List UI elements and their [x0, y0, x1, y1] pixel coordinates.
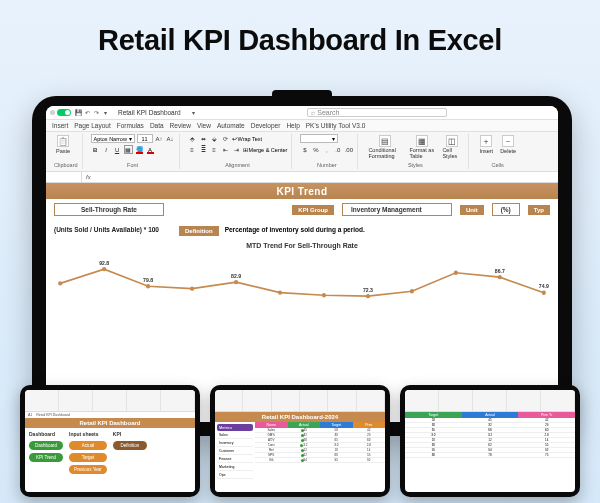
side-item[interactable]: Sales: [217, 432, 253, 439]
window-control-icon[interactable]: [50, 110, 55, 115]
cell-styles-button[interactable]: ◫Cell Styles: [440, 134, 464, 160]
svg-point-1: [102, 267, 106, 271]
thumb-ribbon: [215, 390, 385, 412]
nav-pill[interactable]: Dashboard: [29, 441, 63, 450]
clipboard-icon: 📋: [57, 135, 69, 147]
decrease-decimal-icon[interactable]: .00: [344, 145, 353, 154]
fx-icon[interactable]: fx: [82, 174, 95, 180]
search-placeholder: Search: [317, 109, 339, 116]
nav-pill[interactable]: KPI Trend: [29, 453, 63, 462]
side-item[interactable]: Marketing: [217, 464, 253, 471]
paste-label: Paste: [56, 148, 70, 154]
font-color-button[interactable]: A: [146, 145, 155, 154]
nav-pill[interactable]: Target: [69, 453, 107, 462]
insert-icon: ＋: [480, 135, 492, 147]
nav-pill[interactable]: Previous Year: [69, 465, 107, 474]
thumb-title: Retail KPI Dashboard: [25, 418, 195, 428]
wrap-text-button[interactable]: ↩Wrap Text: [232, 136, 263, 142]
thumb-ribbon: [25, 390, 195, 412]
table-row: 807875: [405, 453, 575, 458]
italic-button[interactable]: I: [102, 145, 111, 154]
svg-point-8: [410, 289, 414, 293]
side-item[interactable]: Customer: [217, 448, 253, 455]
tab-insert[interactable]: Insert: [52, 122, 68, 129]
svg-point-6: [322, 293, 326, 297]
autosave-toggle[interactable]: [57, 109, 71, 116]
svg-text:72.3: 72.3: [363, 287, 373, 293]
increase-decimal-icon[interactable]: .0: [333, 145, 342, 154]
save-icon[interactable]: 💾: [75, 110, 81, 116]
underline-button[interactable]: U: [113, 145, 122, 154]
tab-formulas[interactable]: Formulas: [117, 122, 144, 129]
side-item[interactable]: Finance: [217, 456, 253, 463]
comma-icon[interactable]: ,: [322, 145, 331, 154]
definition-value: Percentage of inventory sold during a pe…: [225, 226, 365, 233]
decrease-font-icon[interactable]: A↓: [166, 134, 175, 143]
format-as-table-button[interactable]: ▦Format as Table: [407, 134, 437, 160]
paste-button[interactable]: 📋 Paste: [54, 134, 72, 155]
border-button[interactable]: ▦: [124, 145, 133, 154]
bold-button[interactable]: B: [91, 145, 100, 154]
search-input[interactable]: ⌕ Search: [307, 108, 447, 117]
delete-icon: －: [502, 135, 514, 147]
side-item[interactable]: Ops: [217, 472, 253, 479]
insert-cells-button[interactable]: ＋Insert: [477, 134, 495, 155]
chevron-down-icon: ▾: [332, 136, 335, 142]
number-format-select[interactable]: ▾: [300, 134, 338, 143]
type-label: Typ: [528, 205, 550, 215]
thumb-side-panel: Metrics Sales Inventory Customer Finance…: [215, 422, 255, 492]
tab-data[interactable]: Data: [150, 122, 164, 129]
conditional-formatting-button[interactable]: ▤Conditional Formatting: [366, 134, 404, 160]
indent-left-icon[interactable]: ⇤: [221, 145, 230, 154]
font-name-select[interactable]: Aptos Narrow▾: [91, 134, 135, 143]
svg-text:79.8: 79.8: [143, 277, 153, 283]
undo-icon[interactable]: ↶: [84, 110, 90, 116]
svg-point-11: [542, 291, 546, 295]
align-middle-icon[interactable]: ⬌: [199, 134, 208, 143]
side-item[interactable]: Inventory: [217, 440, 253, 447]
unit-label: Unit: [460, 205, 484, 215]
orientation-icon[interactable]: ⟳: [221, 134, 230, 143]
sheet-tab[interactable]: A1: [28, 413, 32, 417]
tab-automate[interactable]: Automate: [217, 122, 245, 129]
currency-icon[interactable]: $: [300, 145, 309, 154]
delete-cells-button[interactable]: －Delete: [498, 134, 518, 155]
redo-icon[interactable]: ↷: [93, 110, 99, 116]
name-box[interactable]: [46, 172, 82, 182]
tab-utility[interactable]: PK's Utility Tool V3.0: [306, 122, 366, 129]
fill-color-button[interactable]: 🪣: [135, 145, 144, 154]
merge-icon: ⊞: [243, 147, 248, 153]
tab-developer[interactable]: Developer: [251, 122, 281, 129]
unit-value: (%): [492, 203, 520, 216]
chart-title: MTD Trend For Sell-Through Rate: [46, 240, 558, 249]
chevron-down-icon[interactable]: ▾: [191, 110, 197, 116]
tab-help[interactable]: Help: [286, 122, 299, 129]
svg-text:82.9: 82.9: [231, 273, 241, 279]
tab-page-layout[interactable]: Page Layout: [74, 122, 111, 129]
sheet-tab[interactable]: Retail KPI Dashboard: [36, 413, 70, 417]
qat-icon[interactable]: ▾: [102, 110, 108, 116]
svg-text:92.8: 92.8: [99, 260, 109, 266]
tab-review[interactable]: Review: [170, 122, 191, 129]
align-bottom-icon[interactable]: ⬙: [210, 134, 219, 143]
align-center-icon[interactable]: ≣: [199, 145, 208, 154]
merge-label: Merge & Center: [249, 147, 288, 153]
page-title: Retail KPI Dashboard In Excel: [0, 0, 600, 75]
tab-view[interactable]: View: [197, 122, 211, 129]
merge-center-button[interactable]: ⊞Merge & Center: [243, 147, 288, 153]
increase-font-icon[interactable]: A↑: [155, 134, 164, 143]
cond-label: Conditional Formatting: [368, 148, 402, 159]
svg-point-10: [498, 275, 502, 279]
table-row: Stk 949592: [255, 458, 385, 463]
svg-text:86.7: 86.7: [495, 268, 505, 274]
percent-icon[interactable]: %: [311, 145, 320, 154]
thumbnail-data-grid: Target Actual Prev Yr 504542303229656860…: [400, 385, 580, 497]
align-left-icon[interactable]: ≡: [188, 145, 197, 154]
nav-pill[interactable]: Actual: [69, 441, 107, 450]
font-size-select[interactable]: 11: [137, 134, 153, 143]
nav-pill[interactable]: Definition: [113, 441, 147, 450]
indent-right-icon[interactable]: ⇥: [232, 145, 241, 154]
align-top-icon[interactable]: ⬘: [188, 134, 197, 143]
thumb-ribbon: [405, 390, 575, 412]
align-right-icon[interactable]: ≡: [210, 145, 219, 154]
